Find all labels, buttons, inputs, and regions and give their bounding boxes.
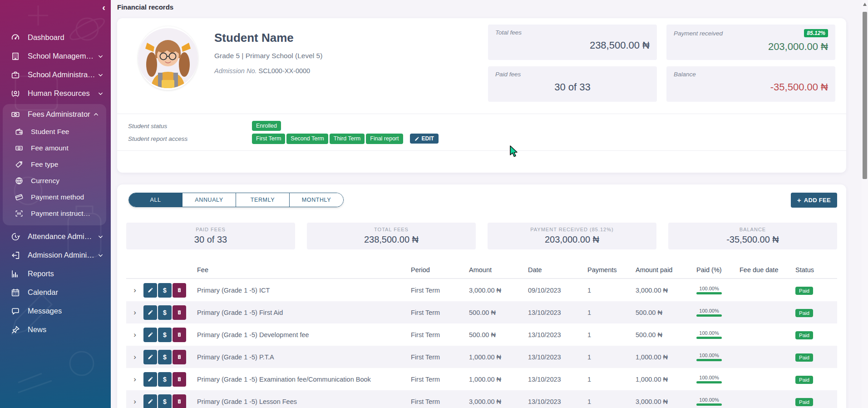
delete-fee-button[interactable] — [173, 283, 186, 298]
tab-monthly[interactable]: MONTHLY — [290, 193, 343, 207]
fee-date: 13/10/2023 — [528, 309, 587, 316]
sidebar-item-fee-type[interactable]: Fee type — [3, 156, 106, 173]
row-expand-chevron[interactable]: › — [126, 308, 143, 316]
column-header-status: Status — [795, 266, 837, 274]
pay-fee-button[interactable]: $ — [158, 283, 172, 298]
edit-fee-button[interactable] — [143, 283, 157, 298]
row-actions: $ — [143, 283, 189, 298]
row-expand-chevron[interactable]: › — [126, 375, 143, 383]
pay-fee-button[interactable]: $ — [158, 305, 172, 320]
scrollbar-up-arrow[interactable] — [863, 3, 867, 6]
row-expand-chevron[interactable]: › — [126, 353, 143, 361]
tab-termly[interactable]: TERMLY — [236, 193, 290, 207]
paid-percent: 100.00% — [696, 397, 722, 406]
globe-icon — [14, 175, 25, 186]
row-expand-chevron[interactable]: › — [126, 331, 143, 338]
sidebar-item-school-administrator[interactable]: School Administrator — [0, 65, 111, 84]
chevron-down-icon — [98, 252, 104, 258]
fee-status: Paid — [795, 309, 837, 316]
people-icon — [10, 88, 21, 99]
sidebar-item-human-resources[interactable]: Human Resources — [0, 84, 111, 103]
sidebar-item-fee-amount[interactable]: Fee amount — [3, 140, 106, 156]
sidebar-item-calendar[interactable]: Calendar — [0, 283, 111, 302]
chevron-down-icon — [98, 234, 104, 239]
calendar-icon — [10, 287, 21, 298]
sidebar-item-admission-administ[interactable]: Admission Administ... — [0, 246, 111, 264]
payment-received-label: Payment received — [674, 30, 723, 37]
student-grade: Grade 5 | Primary School (Level 5) — [214, 52, 322, 60]
sidebar-item-dashboard[interactable]: Dashboard — [0, 28, 111, 47]
tab-annualy[interactable]: ANNUALY — [182, 193, 236, 207]
summary-value: 238,500.00 ₦ — [307, 234, 476, 245]
column-header-amount: Amount — [469, 266, 528, 274]
delete-fee-button[interactable] — [173, 350, 186, 364]
sidebar-item-school-management[interactable]: School Management — [0, 47, 111, 65]
summary-label: TOTAL FEES — [307, 227, 476, 232]
balance-box: Balance -35,500.00 ₦ — [666, 66, 835, 102]
fee-date: 13/10/2023 — [528, 398, 587, 405]
sidebar-item-currency[interactable]: Currency — [3, 173, 106, 189]
student-avatar — [138, 26, 198, 90]
add-fee-label: ADD FEE — [804, 197, 831, 204]
row-expand-chevron[interactable]: › — [126, 398, 143, 405]
paid-percent: 100.00% — [696, 330, 722, 339]
paid-progress-bar — [696, 292, 722, 294]
report-badge-final-report: Final report — [366, 134, 403, 144]
tab-all[interactable]: ALL — [129, 193, 182, 207]
edit-report-access-button[interactable]: EDIT — [410, 134, 439, 144]
row-actions: $ — [143, 394, 189, 408]
row-actions: $ — [143, 350, 189, 364]
pencil-icon — [148, 309, 153, 315]
sidebar-item-student-fee[interactable]: Student Fee — [3, 124, 106, 140]
table-row: › $ Primary (Grade 1 -5) P.T.A First Ter… — [126, 346, 837, 368]
payment-received-percent-badge: 85.12% — [804, 29, 828, 37]
building-icon — [10, 51, 21, 62]
tag-icon — [14, 159, 25, 170]
banknote-icon — [14, 143, 25, 154]
edit-fee-button[interactable] — [143, 328, 157, 342]
sidebar-item-attendance-admini[interactable]: Attendance Admini... — [0, 227, 111, 246]
delete-fee-button[interactable] — [173, 394, 186, 408]
chevron-down-icon — [98, 53, 104, 59]
row-expand-chevron[interactable]: › — [126, 286, 143, 294]
fees-table-body: › $ Primary (Grade 1 -5) ICT First Term … — [126, 279, 837, 408]
add-fee-button[interactable]: + ADD FEE — [791, 193, 837, 208]
dollar-icon: $ — [163, 331, 167, 338]
sidebar-item-messages[interactable]: Messages — [0, 302, 111, 320]
fee-amount: 500.00 ₦ — [469, 331, 528, 338]
sidebar-item-reports[interactable]: Reports — [0, 264, 111, 283]
fee-name: Primary (Grade 1 -5) ICT — [189, 287, 411, 294]
pay-fee-button[interactable]: $ — [158, 350, 172, 364]
pay-fee-button[interactable]: $ — [158, 372, 172, 387]
sidebar-item-news[interactable]: News — [0, 320, 111, 339]
fee-amount-paid: 3,000.00 ₦ — [636, 398, 696, 405]
delete-fee-button[interactable] — [173, 305, 186, 320]
pay-fee-button[interactable]: $ — [158, 394, 172, 408]
sidebar-item-payment-method[interactable]: Payment method — [3, 189, 106, 205]
sidebar-collapse-button[interactable]: ‹ — [102, 3, 105, 12]
card-divider-2 — [117, 150, 846, 151]
edit-fee-button[interactable] — [143, 350, 157, 364]
fee-period: First Term — [411, 398, 469, 405]
delete-fee-button[interactable] — [173, 372, 186, 387]
pay-fee-button[interactable]: $ — [158, 328, 172, 342]
summary-value: -35,500.00 ₦ — [668, 234, 837, 245]
fee-name: Primary (Grade 1 -5) Development fee — [189, 331, 411, 338]
fee-period: First Term — [411, 353, 469, 361]
edit-fee-button[interactable] — [143, 305, 157, 320]
fee-amount-paid: 1,000.00 ₦ — [636, 376, 696, 383]
period-filter-tabs: ALLANNUALYTERMLYMONTHLY — [128, 193, 344, 207]
sidebar-item-fees-administrator[interactable]: Fees Administrator — [3, 105, 106, 124]
edit-fee-button[interactable] — [143, 372, 157, 387]
column-header-amount-paid: Amount paid — [636, 266, 696, 274]
scrollbar-thumb[interactable] — [863, 12, 867, 179]
sidebar-item-payment-instructions[interactable]: Payment instructions — [3, 205, 106, 222]
briefcase-icon — [10, 70, 21, 80]
edit-fee-button[interactable] — [143, 394, 157, 408]
summary-box-balance: BALANCE -35,500.00 ₦ — [668, 223, 837, 249]
student-status-label: Student status — [128, 123, 252, 129]
row-actions: $ — [143, 305, 189, 320]
delete-fee-button[interactable] — [173, 328, 186, 342]
paid-percent: 100.00% — [696, 375, 722, 383]
fee-date: 13/10/2023 — [528, 376, 587, 383]
